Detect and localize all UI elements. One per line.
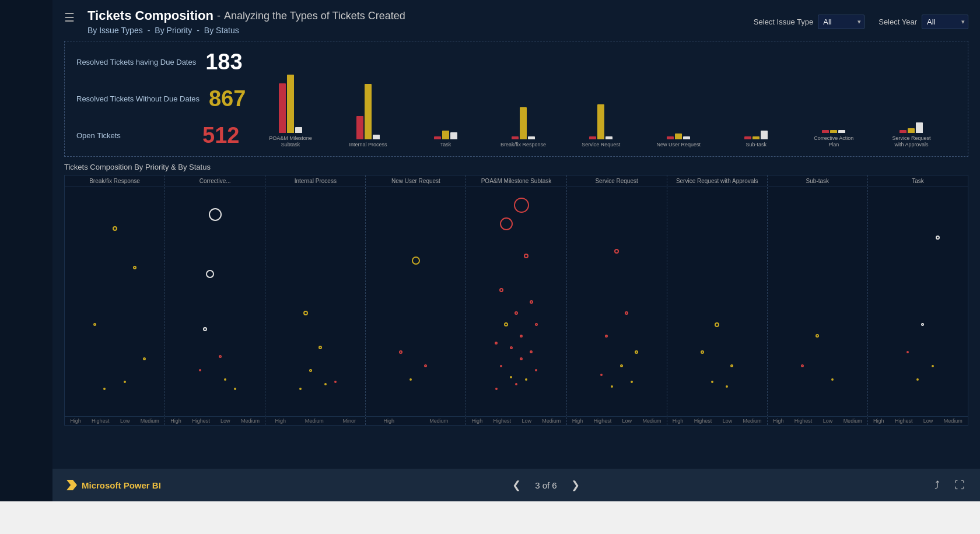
scatter-column: TaskHighHighestLowMedium <box>868 175 968 425</box>
x-axis-labels: HighHighestLowMedium <box>667 416 767 425</box>
scatter-bubble <box>309 369 312 372</box>
bar-gold <box>442 131 449 139</box>
expand-button[interactable]: ⛶ <box>953 479 966 491</box>
header-nav: By Issue Types - By Priority - By Status <box>88 26 405 35</box>
scatter-bubble <box>530 300 533 304</box>
x-axis-label: Medium <box>542 418 561 424</box>
scatter-bubble <box>831 378 834 381</box>
stat-label-resolved-due: Resolved Tickets having Due Dates <box>76 58 196 66</box>
title-sep: - <box>217 10 220 22</box>
scatter-bubble <box>143 357 146 360</box>
nav-by-issue-types[interactable]: By Issue Types <box>88 26 143 35</box>
scatter-bubble <box>495 342 498 345</box>
scatter-bubble <box>234 388 236 390</box>
scatter-column: New User RequestHighMedium <box>366 175 466 425</box>
pbi-logo-icon <box>66 480 77 490</box>
header: ☰ Tickets Composition - Analyzing the Ty… <box>52 0 980 35</box>
scatter-bubble <box>510 346 513 349</box>
scatter-bubble <box>124 381 126 383</box>
bar-red <box>822 130 829 133</box>
bar-group: Service Request with Approvals <box>873 69 950 148</box>
bar-gold <box>675 134 682 139</box>
x-axis-label: Low <box>220 418 230 424</box>
next-page-button[interactable]: ❯ <box>566 476 584 494</box>
bar-group: New User Request <box>640 75 718 148</box>
filter-year-select[interactable]: All <box>922 15 968 29</box>
x-axis-labels: HighHighestLowMedium <box>868 416 968 425</box>
bar-red <box>356 116 363 139</box>
filter-issue-type-group: Select Issue Type All <box>754 15 864 29</box>
bar-label: Service Request <box>582 142 620 148</box>
scatter-col-body <box>265 187 365 416</box>
nav-by-status[interactable]: By Status <box>204 26 239 35</box>
filter-issue-type-select[interactable]: All <box>818 15 864 29</box>
x-axis-label: High <box>472 418 483 424</box>
main-container: ☰ Tickets Composition - Analyzing the Ty… <box>52 0 980 501</box>
x-axis-label: Medium <box>141 418 159 424</box>
scatter-column: Corrective...HighHighestLowMedium <box>165 175 265 425</box>
scatter-column: Break/fix ResponseHighHighestLowMedium <box>65 175 165 425</box>
scatter-bubble <box>620 364 623 367</box>
x-axis-labels: HighMediumMinor <box>265 416 365 425</box>
scatter-bubble <box>514 198 529 213</box>
bar-red <box>900 130 907 133</box>
scatter-bubble <box>711 381 713 383</box>
x-axis-labels: HighHighestLowMedium <box>165 416 265 425</box>
x-axis-label: Low <box>622 418 632 424</box>
x-axis-label: Medium <box>429 418 448 424</box>
bar-gold <box>287 75 294 133</box>
bar-group: Break/fix Response <box>485 75 562 148</box>
x-axis-label: High <box>773 418 784 424</box>
nav-by-priority[interactable]: By Priority <box>155 26 192 35</box>
scatter-bubble <box>611 385 613 388</box>
share-button[interactable]: ⤴ <box>931 479 944 491</box>
bar-group: Corrective Action Plan <box>795 69 873 148</box>
bar-gold <box>908 128 915 133</box>
bar-group: Service Request <box>562 75 640 148</box>
bar-label: New User Request <box>656 142 701 148</box>
scatter-bubble <box>520 357 523 360</box>
bar-red <box>744 136 751 139</box>
prev-page-button[interactable]: ❮ <box>508 476 526 494</box>
scatter-bubble <box>209 208 222 221</box>
scatter-bubble <box>535 369 537 371</box>
scatter-bubble <box>520 335 523 338</box>
scatter-bubble <box>499 288 503 292</box>
bar-gold <box>597 104 604 139</box>
x-axis-label: Low <box>723 418 733 424</box>
title-main: Tickets Composition <box>88 8 214 23</box>
hamburger-menu[interactable]: ☰ <box>64 8 80 27</box>
x-axis-labels: HighHighestLowMedium <box>65 416 164 425</box>
x-axis-labels: HighHighestLowMedium <box>466 416 566 425</box>
bar-white <box>606 136 612 139</box>
scatter-bubble <box>631 381 633 383</box>
scatter-bubble <box>635 350 638 354</box>
bar-label: Internal Process <box>349 142 387 148</box>
bar-red <box>434 136 441 139</box>
bar-group: POA&M Milestone Subtask <box>251 69 329 148</box>
scatter-bubble <box>324 383 327 385</box>
scatter-bubble <box>530 350 533 353</box>
x-axis-label: High <box>873 418 884 424</box>
bar-white <box>528 136 535 139</box>
page-current: 3 of 6 <box>535 480 557 490</box>
bar-white <box>373 135 380 139</box>
x-axis-labels: HighHighestLowMedium <box>768 416 867 425</box>
filter-year-wrapper: All <box>922 15 968 29</box>
scatter-col-body <box>868 187 968 416</box>
bar-group: Internal Process <box>329 75 407 148</box>
scatter-bubble <box>500 217 513 230</box>
scatter-bubble <box>921 323 924 326</box>
bar-red <box>667 136 674 139</box>
stat-label-resolved-no-due: Resolved Tickets Without Due Dates <box>76 94 200 103</box>
scatter-column: POA&M Milestone SubtaskHighHighestLowMed… <box>466 175 566 425</box>
bar-label: Task <box>440 142 452 148</box>
header-left: Tickets Composition - Analyzing the Type… <box>88 8 405 35</box>
bar-gold <box>520 107 527 139</box>
x-axis-label: Medium <box>944 418 963 424</box>
scatter-bubble <box>715 322 719 327</box>
bar-gold <box>365 84 372 139</box>
bar-label: Service Request with Approvals <box>888 135 935 148</box>
x-axis-label: Low <box>923 418 933 424</box>
summary-bar-chart: POA&M Milestone SubtaskInternal ProcessT… <box>246 50 956 148</box>
